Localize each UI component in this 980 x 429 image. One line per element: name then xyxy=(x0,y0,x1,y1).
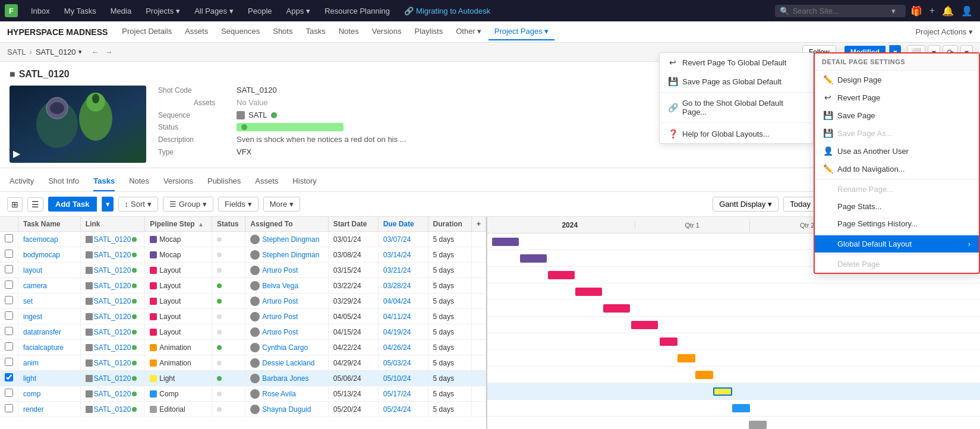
row-task-name[interactable]: anim xyxy=(18,355,81,371)
nav-forward-icon[interactable]: → xyxy=(105,48,113,56)
row-assigned[interactable]: Arturo Post xyxy=(245,324,329,340)
sub-tab-history[interactable]: History xyxy=(292,173,316,191)
row-link[interactable]: SATL_0120 xyxy=(80,263,144,278)
tab-playlists[interactable]: Playlists xyxy=(409,23,449,40)
row-task-name[interactable]: ingest xyxy=(18,309,81,324)
row-task-name[interactable]: layout xyxy=(18,263,81,278)
gantt-bar[interactable] xyxy=(492,238,519,246)
dsp-use-as-another-user[interactable]: 👤 Use as Another User xyxy=(815,142,979,160)
dsp-page-stats[interactable]: Page Stats... xyxy=(815,198,979,215)
today-button[interactable]: Today xyxy=(783,197,817,212)
row-task-name[interactable]: bodymocap xyxy=(18,247,81,263)
row-task-name[interactable]: datatransfer xyxy=(18,324,81,340)
row-checkbox[interactable] xyxy=(0,263,18,278)
row-link[interactable]: SATL_0120 xyxy=(80,402,144,417)
tab-project-pages[interactable]: Project Pages▾ xyxy=(489,23,554,40)
tab-tasks[interactable]: Tasks xyxy=(300,23,331,40)
gantt-bar[interactable] xyxy=(749,421,767,429)
gantt-display-button[interactable]: Gantt Display ▾ xyxy=(713,197,779,212)
sub-tab-tasks[interactable]: Tasks xyxy=(93,173,115,191)
row-link[interactable]: SATL_0120 xyxy=(80,324,144,340)
row-assigned[interactable]: Dessie Lackland xyxy=(245,355,329,371)
dsm-revert-global[interactable]: ↩ Revert Page To Global Default xyxy=(660,53,813,72)
sub-tab-versions[interactable]: Versions xyxy=(163,173,193,191)
dsp-page-settings-history[interactable]: Page Settings History... xyxy=(815,215,979,232)
sub-tab-publishes[interactable]: Publishes xyxy=(207,173,241,191)
dsp-add-to-navigation[interactable]: ✏️ Add to Navigation... xyxy=(815,160,979,178)
breadcrumb-dropdown-icon[interactable]: ▾ xyxy=(78,48,82,56)
gantt-bar[interactable] xyxy=(678,354,695,362)
col-status[interactable]: Status xyxy=(212,217,245,232)
row-task-name[interactable]: light xyxy=(18,371,81,386)
thumb-play-icon[interactable]: ▶ xyxy=(13,148,20,159)
row-task-name[interactable]: facemocap xyxy=(18,232,81,247)
notification-icon[interactable]: 🔔 xyxy=(940,5,956,17)
row-task-name[interactable]: camera xyxy=(18,278,81,294)
gantt-bar[interactable] xyxy=(631,321,658,329)
row-checkbox[interactable] xyxy=(0,309,18,324)
col-due-date[interactable]: Due Date xyxy=(378,217,428,232)
row-link[interactable]: SATL_0120 xyxy=(80,371,144,386)
dsm-save-global[interactable]: 💾 Save Page as Global Default xyxy=(660,72,813,91)
row-task-name[interactable]: set xyxy=(18,294,81,309)
dsp-design-page[interactable]: ✏️ Design Page xyxy=(815,71,979,89)
row-assigned[interactable]: Belva Vega xyxy=(245,278,329,294)
row-assigned[interactable]: Shayna Duguid xyxy=(245,402,329,417)
add-task-button[interactable]: Add Task xyxy=(48,197,97,212)
dsp-save-page[interactable]: 💾 Save Page xyxy=(815,106,979,124)
col-task-name[interactable]: Task Name xyxy=(18,217,81,232)
user-avatar[interactable]: 👤 xyxy=(959,5,975,17)
gantt-bar[interactable] xyxy=(520,254,547,263)
dsm-go-to-shot-global[interactable]: 🔗 Go to the Shot Global Default Page... xyxy=(660,94,813,121)
sort-button[interactable]: ↕ Sort ▾ xyxy=(118,197,158,212)
row-assigned[interactable]: Arturo Post xyxy=(245,294,329,309)
tab-versions[interactable]: Versions xyxy=(366,23,408,40)
row-task-name[interactable]: comp xyxy=(18,386,81,402)
col-duration[interactable]: Duration xyxy=(428,217,471,232)
nav-back-icon[interactable]: ← xyxy=(92,48,99,56)
row-checkbox[interactable] xyxy=(0,294,18,309)
add-icon[interactable]: + xyxy=(927,5,937,16)
nav-people[interactable]: People xyxy=(242,4,278,18)
gantt-bar[interactable] xyxy=(660,337,678,346)
view-list-icon[interactable]: ☰ xyxy=(27,197,43,212)
row-link[interactable]: SATL_0120 xyxy=(80,294,144,309)
tab-notes[interactable]: Notes xyxy=(333,23,365,40)
more-button[interactable]: More ▾ xyxy=(263,197,301,212)
dsp-global-default-layout[interactable]: Global Default Layout › xyxy=(815,235,979,253)
row-task-name[interactable]: render xyxy=(18,402,81,417)
nav-inbox[interactable]: Inbox xyxy=(25,4,56,18)
project-actions-button[interactable]: Project Actions ▾ xyxy=(915,27,973,36)
tab-other[interactable]: Other▾ xyxy=(450,23,487,40)
sub-tab-activity[interactable]: Activity xyxy=(10,173,34,191)
dsp-revert-page[interactable]: ↩ Revert Page xyxy=(815,89,979,106)
row-checkbox[interactable] xyxy=(0,386,18,402)
row-checkbox[interactable] xyxy=(0,324,18,340)
nav-apps[interactable]: Apps▾ xyxy=(281,4,317,18)
row-assigned[interactable]: Rose Avila xyxy=(245,386,329,402)
row-link[interactable]: SATL_0120 xyxy=(80,247,144,263)
row-checkbox[interactable] xyxy=(0,278,18,294)
gantt-bar[interactable] xyxy=(713,387,732,396)
dsm-help-global-layouts[interactable]: ❓ Help for Global Layouts... xyxy=(660,124,813,143)
view-grid-icon[interactable]: ⊞ xyxy=(7,197,23,212)
row-assigned[interactable]: Stephen Dingman xyxy=(245,247,329,263)
gantt-bar[interactable] xyxy=(695,371,713,379)
row-link[interactable]: SATL_0120 xyxy=(80,340,144,355)
row-task-name[interactable]: facialcapture xyxy=(18,340,81,355)
tab-project-details[interactable]: Project Details xyxy=(116,23,178,40)
tab-sequences[interactable]: Sequences xyxy=(215,23,266,40)
nav-migrating[interactable]: 🔗 Migrating to Autodesk xyxy=(398,4,496,18)
col-link[interactable]: Link xyxy=(80,217,144,232)
row-link[interactable]: SATL_0120 xyxy=(80,386,144,402)
col-assigned-to[interactable]: Assigned To xyxy=(245,217,329,232)
fields-button[interactable]: Fields ▾ xyxy=(218,197,259,212)
nav-media[interactable]: Media xyxy=(105,4,137,18)
row-checkbox[interactable] xyxy=(0,402,18,417)
gantt-bar[interactable] xyxy=(732,404,750,412)
breadcrumb-current-shot[interactable]: SATL_0120 ▾ xyxy=(36,48,82,56)
add-task-dropdown-button[interactable]: ▾ xyxy=(102,197,114,212)
nav-projects[interactable]: Projects▾ xyxy=(140,4,186,18)
tab-assets[interactable]: Assets xyxy=(179,23,214,40)
row-checkbox[interactable] xyxy=(0,340,18,355)
